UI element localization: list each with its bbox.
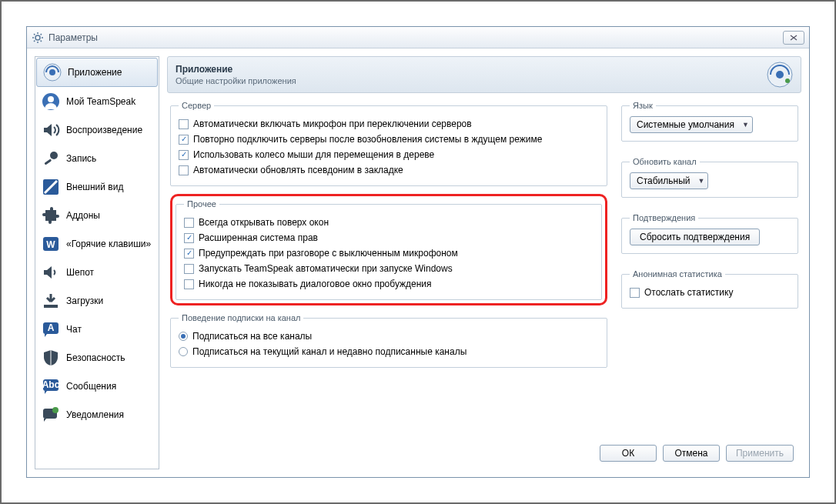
sidebar-item-notifications[interactable]: Уведомления bbox=[35, 401, 159, 429]
sidebar-item-design[interactable]: Внешний вид bbox=[35, 173, 159, 202]
gear-icon bbox=[32, 32, 44, 44]
sidebar-item-messages[interactable]: Abc Сообщения bbox=[35, 372, 159, 401]
combo-value: Системные умолчания bbox=[637, 119, 734, 130]
sidebar-item-label: Шепот bbox=[66, 267, 94, 278]
language-combo[interactable]: Системные умолчания ▼ bbox=[630, 116, 753, 133]
subscribe-group: Поведение подписки на канал Подписаться … bbox=[170, 313, 607, 368]
sidebar-item-downloads[interactable]: Загрузки bbox=[35, 287, 159, 315]
svg-point-5 bbox=[50, 152, 58, 159]
chat-a-icon: A bbox=[42, 320, 60, 339]
language-legend: Язык bbox=[630, 101, 656, 110]
server-legend: Сервер bbox=[179, 101, 214, 110]
sidebar-item-playback[interactable]: Воспроизведение bbox=[35, 116, 159, 145]
checkbox-never-wake-dialog[interactable] bbox=[184, 279, 194, 289]
abc-icon: Abc bbox=[42, 377, 60, 396]
sidebar-item-label: Чат bbox=[66, 324, 82, 335]
chevron-down-icon: ▼ bbox=[742, 121, 749, 129]
radio-subscribe-current[interactable] bbox=[179, 347, 188, 356]
sidebar-item-label: Приложение bbox=[68, 67, 122, 78]
sidebar-item-security[interactable]: Безопасность bbox=[35, 344, 159, 372]
ok-button[interactable]: ОК bbox=[600, 445, 657, 462]
misc-legend: Прочее bbox=[184, 199, 219, 209]
checkbox-update-nick[interactable] bbox=[179, 165, 189, 175]
sidebar-item-label: Мой TeamSpeak bbox=[66, 96, 135, 107]
sidebar-item-hotkeys[interactable]: W «Горячие клавиши» bbox=[35, 230, 159, 259]
window-title: Параметры bbox=[48, 32, 98, 43]
svg-rect-6 bbox=[44, 159, 52, 165]
sidebar-item-label: Воспроизведение bbox=[66, 125, 142, 135]
checkbox-label: Запускать TeamSpeak автоматически при за… bbox=[199, 263, 453, 274]
anon-legend: Анонимная статистика bbox=[630, 269, 725, 279]
checkbox-label: Автоматически обновлять псевдоним в закл… bbox=[193, 165, 403, 175]
user-icon bbox=[42, 92, 60, 111]
sidebar-item-addons[interactable]: Аддоны bbox=[35, 202, 159, 230]
radio-label: Подписаться на все каналы bbox=[192, 331, 312, 342]
checkbox-send-stats[interactable] bbox=[630, 288, 640, 298]
sidebar-item-whisper[interactable]: Шепот bbox=[35, 259, 159, 287]
sidebar-item-application[interactable]: Приложение bbox=[36, 58, 158, 87]
radio-label: Подписаться на текущий канал и недавно п… bbox=[192, 346, 466, 357]
svg-point-16 bbox=[52, 407, 59, 413]
download-icon bbox=[42, 292, 60, 310]
page-subtitle: Общие настройки приложения bbox=[176, 76, 296, 85]
svg-text:A: A bbox=[48, 322, 55, 333]
svg-point-19 bbox=[785, 78, 790, 83]
confirm-legend: Подтверждения bbox=[630, 213, 698, 222]
design-icon bbox=[42, 178, 60, 196]
sidebar-item-chat[interactable]: A Чат bbox=[35, 315, 159, 344]
chevron-down-icon: ▼ bbox=[698, 177, 705, 185]
server-group: Сервер Автоматически включать микрофон п… bbox=[170, 101, 607, 186]
svg-point-2 bbox=[49, 69, 55, 75]
close-button[interactable] bbox=[783, 31, 804, 45]
checkbox-reconnect[interactable]: ✓ bbox=[179, 135, 189, 145]
sidebar-item-label: Сообщения bbox=[66, 381, 116, 392]
checkbox-label: Всегда открывать поверх окон bbox=[199, 217, 329, 228]
anon-stats-group: Анонимная статистика Отослать статистику bbox=[621, 269, 798, 309]
sidebar-item-myteamspeak[interactable]: Мой TeamSpeak bbox=[35, 88, 159, 116]
checkbox-label: Расширенная система прав bbox=[199, 232, 318, 243]
checkbox-advanced-perms[interactable]: ✓ bbox=[184, 233, 194, 243]
sidebar-item-capture[interactable]: Запись bbox=[35, 145, 159, 173]
sidebar-item-label: Уведомления bbox=[66, 409, 124, 420]
radio-subscribe-all[interactable] bbox=[179, 332, 188, 341]
checkbox-mousewheel[interactable]: ✓ bbox=[179, 150, 189, 160]
checkbox-label: Использовать колесо мыши для перемещения… bbox=[193, 149, 434, 160]
checkbox-auto-mic[interactable] bbox=[179, 119, 189, 129]
svg-point-4 bbox=[48, 96, 54, 102]
sidebar-item-label: Безопасность bbox=[66, 352, 125, 363]
svg-point-18 bbox=[776, 71, 784, 78]
page-header: Приложение Общие настройки приложения bbox=[167, 56, 801, 93]
apply-button[interactable]: Применить bbox=[726, 445, 794, 462]
checkbox-always-on-top[interactable] bbox=[184, 218, 194, 228]
settings-window: Параметры Приложение Мой TeamSpeak Воспр… bbox=[26, 26, 810, 478]
puzzle-icon bbox=[42, 206, 60, 225]
speaker-icon bbox=[42, 121, 60, 139]
app-icon bbox=[43, 63, 62, 82]
confirmations-group: Подтверждения Сбросить подтверждения bbox=[621, 213, 798, 254]
checkbox-autostart[interactable] bbox=[184, 264, 194, 274]
checkbox-label: Предупреждать при разговоре с выключенны… bbox=[199, 248, 458, 259]
update-channel-combo[interactable]: Стабильный ▼ bbox=[630, 172, 708, 189]
checkbox-label: Никогда не показывать диалоговое окно пр… bbox=[199, 279, 432, 289]
checkbox-label: Повторно подключить серверы после возобн… bbox=[193, 134, 542, 145]
page-title: Приложение bbox=[176, 64, 296, 75]
highlighted-region: Прочее Всегда открывать поверх окон ✓Рас… bbox=[170, 194, 607, 305]
svg-text:W: W bbox=[46, 239, 55, 250]
sidebar: Приложение Мой TeamSpeak Воспроизведение… bbox=[35, 56, 159, 469]
svg-text:Abc: Abc bbox=[42, 379, 60, 390]
titlebar: Параметры bbox=[27, 27, 809, 48]
subscribe-legend: Поведение подписки на канал bbox=[179, 313, 303, 322]
sidebar-item-label: Загрузки bbox=[66, 295, 103, 306]
sidebar-item-label: Внешний вид bbox=[66, 182, 123, 192]
word-icon: W bbox=[42, 235, 60, 253]
reset-confirmations-button[interactable]: Сбросить подтверждения bbox=[630, 229, 760, 245]
mic-icon bbox=[42, 149, 60, 168]
checkbox-label: Отослать статистику bbox=[644, 287, 733, 298]
sidebar-item-label: Запись bbox=[66, 153, 96, 164]
update-legend: Обновить канал bbox=[630, 157, 700, 166]
shield-icon bbox=[42, 349, 60, 367]
cancel-button[interactable]: Отмена bbox=[663, 445, 720, 462]
whisper-icon bbox=[42, 263, 60, 282]
checkbox-warn-mic-muted[interactable]: ✓ bbox=[184, 249, 194, 259]
misc-group: Прочее Всегда открывать поверх окон ✓Рас… bbox=[176, 199, 602, 300]
